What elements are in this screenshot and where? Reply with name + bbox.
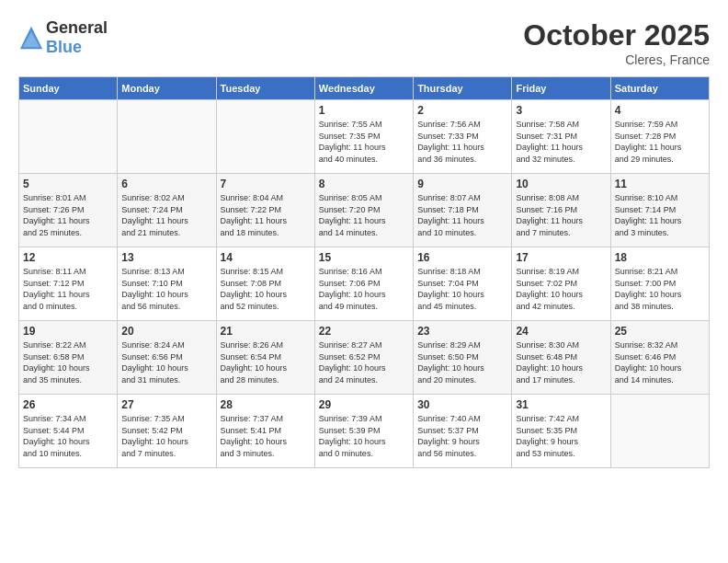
logo-blue-text: Blue	[46, 38, 82, 56]
weekday-header: Wednesday	[314, 77, 413, 100]
day-number: 21	[221, 325, 311, 338]
calendar-cell: 3Sunrise: 7:58 AMSunset: 7:31 PMDaylight…	[512, 100, 610, 174]
day-number: 22	[319, 325, 409, 338]
calendar-cell: 22Sunrise: 8:27 AMSunset: 6:52 PMDayligh…	[314, 321, 413, 395]
day-number: 13	[121, 251, 211, 264]
day-info: Sunrise: 7:58 AMSunset: 7:31 PMDaylight:…	[516, 119, 606, 165]
day-info: Sunrise: 8:19 AMSunset: 7:02 PMDaylight:…	[516, 266, 606, 312]
calendar-cell	[118, 100, 216, 174]
calendar-cell: 15Sunrise: 8:16 AMSunset: 7:06 PMDayligh…	[314, 247, 413, 321]
day-number: 5	[23, 178, 113, 190]
day-info: Sunrise: 7:59 AMSunset: 7:28 PMDaylight:…	[615, 119, 705, 165]
day-number: 25	[615, 325, 705, 338]
day-info: Sunrise: 8:10 AMSunset: 7:14 PMDaylight:…	[615, 192, 705, 238]
weekday-header: Sunday	[19, 77, 118, 100]
day-number: 9	[417, 178, 507, 190]
calendar-cell: 16Sunrise: 8:18 AMSunset: 7:04 PMDayligh…	[414, 247, 512, 321]
calendar-cell: 17Sunrise: 8:19 AMSunset: 7:02 PMDayligh…	[512, 247, 610, 321]
day-info: Sunrise: 8:24 AMSunset: 6:56 PMDaylight:…	[121, 339, 211, 385]
day-info: Sunrise: 7:35 AMSunset: 5:42 PMDaylight:…	[121, 413, 211, 459]
day-info: Sunrise: 8:07 AMSunset: 7:18 PMDaylight:…	[417, 192, 507, 238]
day-number: 11	[615, 178, 705, 190]
day-info: Sunrise: 7:42 AMSunset: 5:35 PMDaylight:…	[516, 413, 606, 459]
day-number: 29	[319, 398, 409, 411]
weekday-header: Thursday	[414, 77, 512, 100]
calendar-cell: 12Sunrise: 8:11 AMSunset: 7:12 PMDayligh…	[19, 247, 118, 321]
day-info: Sunrise: 8:16 AMSunset: 7:06 PMDaylight:…	[319, 266, 409, 312]
day-info: Sunrise: 8:29 AMSunset: 6:50 PMDaylight:…	[417, 339, 507, 385]
day-number: 20	[121, 325, 211, 338]
day-info: Sunrise: 8:21 AMSunset: 7:00 PMDaylight:…	[615, 266, 705, 312]
day-number: 17	[516, 251, 606, 264]
day-number: 28	[221, 398, 311, 411]
calendar-cell: 29Sunrise: 7:39 AMSunset: 5:39 PMDayligh…	[314, 395, 413, 468]
calendar-cell: 8Sunrise: 8:05 AMSunset: 7:20 PMDaylight…	[314, 174, 413, 247]
calendar-cell: 10Sunrise: 8:08 AMSunset: 7:16 PMDayligh…	[512, 174, 610, 247]
day-info: Sunrise: 8:11 AMSunset: 7:12 PMDaylight:…	[23, 266, 113, 312]
weekday-header: Tuesday	[216, 77, 314, 100]
day-number: 4	[615, 104, 705, 117]
calendar-cell: 19Sunrise: 8:22 AMSunset: 6:58 PMDayligh…	[19, 321, 118, 395]
day-info: Sunrise: 8:27 AMSunset: 6:52 PMDaylight:…	[319, 339, 409, 385]
calendar-cell: 11Sunrise: 8:10 AMSunset: 7:14 PMDayligh…	[610, 174, 709, 247]
day-number: 8	[319, 178, 409, 190]
day-info: Sunrise: 7:56 AMSunset: 7:33 PMDaylight:…	[417, 119, 507, 165]
day-info: Sunrise: 7:40 AMSunset: 5:37 PMDaylight:…	[417, 413, 507, 459]
calendar-week-row: 19Sunrise: 8:22 AMSunset: 6:58 PMDayligh…	[19, 321, 710, 395]
day-info: Sunrise: 8:15 AMSunset: 7:08 PMDaylight:…	[221, 266, 311, 312]
calendar-cell: 31Sunrise: 7:42 AMSunset: 5:35 PMDayligh…	[512, 395, 610, 468]
day-info: Sunrise: 8:26 AMSunset: 6:54 PMDaylight:…	[221, 339, 311, 385]
calendar-cell: 24Sunrise: 8:30 AMSunset: 6:48 PMDayligh…	[512, 321, 610, 395]
day-number: 6	[121, 178, 211, 190]
day-number: 18	[615, 251, 705, 264]
calendar-cell: 26Sunrise: 7:34 AMSunset: 5:44 PMDayligh…	[19, 395, 118, 468]
calendar-cell: 21Sunrise: 8:26 AMSunset: 6:54 PMDayligh…	[216, 321, 314, 395]
day-info: Sunrise: 7:37 AMSunset: 5:41 PMDaylight:…	[221, 413, 311, 459]
calendar-cell: 27Sunrise: 7:35 AMSunset: 5:42 PMDayligh…	[118, 395, 216, 468]
day-number: 27	[121, 398, 211, 411]
logo-icon	[18, 25, 44, 51]
calendar-cell: 18Sunrise: 8:21 AMSunset: 7:00 PMDayligh…	[610, 247, 709, 321]
day-info: Sunrise: 8:02 AMSunset: 7:24 PMDaylight:…	[121, 192, 211, 238]
calendar-cell: 28Sunrise: 7:37 AMSunset: 5:41 PMDayligh…	[216, 395, 314, 468]
calendar-cell: 14Sunrise: 8:15 AMSunset: 7:08 PMDayligh…	[216, 247, 314, 321]
calendar-table: SundayMondayTuesdayWednesdayThursdayFrid…	[18, 76, 710, 468]
calendar-cell: 7Sunrise: 8:04 AMSunset: 7:22 PMDaylight…	[216, 174, 314, 247]
calendar-cell	[216, 100, 314, 174]
calendar-cell	[610, 395, 709, 468]
day-number: 23	[417, 325, 507, 338]
day-info: Sunrise: 8:05 AMSunset: 7:20 PMDaylight:…	[319, 192, 409, 238]
weekday-header: Friday	[512, 77, 610, 100]
calendar-cell: 1Sunrise: 7:55 AMSunset: 7:35 PMDaylight…	[314, 100, 413, 174]
calendar-week-row: 26Sunrise: 7:34 AMSunset: 5:44 PMDayligh…	[19, 395, 710, 468]
day-number: 15	[319, 251, 409, 264]
title-block: October 2025 Cleres, France	[523, 18, 710, 67]
weekday-header: Saturday	[610, 77, 709, 100]
day-number: 1	[319, 104, 409, 117]
day-number: 16	[417, 251, 507, 264]
day-number: 30	[417, 398, 507, 411]
location-subtitle: Cleres, France	[523, 52, 710, 67]
day-number: 10	[516, 178, 606, 190]
page-header: General Blue October 2025 Cleres, France	[18, 18, 710, 67]
weekday-header-row: SundayMondayTuesdayWednesdayThursdayFrid…	[19, 77, 710, 100]
day-number: 14	[221, 251, 311, 264]
calendar-cell: 20Sunrise: 8:24 AMSunset: 6:56 PMDayligh…	[118, 321, 216, 395]
day-number: 31	[516, 398, 606, 411]
calendar-cell	[19, 100, 118, 174]
day-info: Sunrise: 8:01 AMSunset: 7:26 PMDaylight:…	[23, 192, 113, 238]
month-title: October 2025	[523, 18, 710, 52]
day-number: 24	[516, 325, 606, 338]
calendar-week-row: 5Sunrise: 8:01 AMSunset: 7:26 PMDaylight…	[19, 174, 710, 247]
calendar-week-row: 1Sunrise: 7:55 AMSunset: 7:35 PMDaylight…	[19, 100, 710, 174]
weekday-header: Monday	[118, 77, 216, 100]
calendar-cell: 23Sunrise: 8:29 AMSunset: 6:50 PMDayligh…	[414, 321, 512, 395]
day-info: Sunrise: 8:13 AMSunset: 7:10 PMDaylight:…	[121, 266, 211, 312]
day-number: 12	[23, 251, 113, 264]
day-info: Sunrise: 8:32 AMSunset: 6:46 PMDaylight:…	[615, 339, 705, 385]
day-info: Sunrise: 8:30 AMSunset: 6:48 PMDaylight:…	[516, 339, 606, 385]
day-number: 7	[221, 178, 311, 190]
day-info: Sunrise: 8:08 AMSunset: 7:16 PMDaylight:…	[516, 192, 606, 238]
day-info: Sunrise: 7:34 AMSunset: 5:44 PMDaylight:…	[23, 413, 113, 459]
day-number: 19	[23, 325, 113, 338]
